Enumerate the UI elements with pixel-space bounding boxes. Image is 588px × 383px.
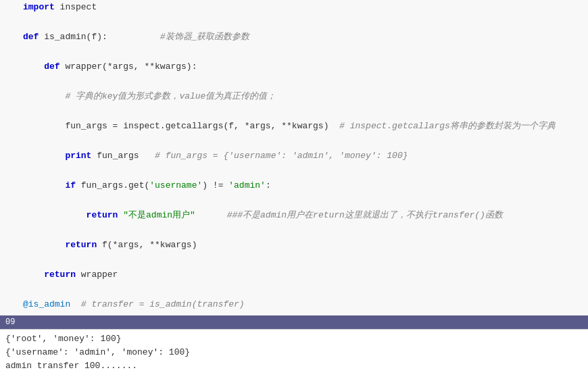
line-content: fun_args = inspect.getcallargs(f, *args,… xyxy=(20,119,588,134)
string-green-token: "不是admin用户" xyxy=(123,210,195,220)
kw-return-token: return xyxy=(23,270,76,280)
code-line: def is_admin(f): #装饰器_获取函数参数 xyxy=(0,30,588,45)
code-area: import inspect def is_admin(f): #装饰器_获取函… xyxy=(0,0,588,315)
line-content: @is_admin # transfer = is_admin(transfer… xyxy=(20,297,588,312)
line-content: def is_admin(f): #装饰器_获取函数参数 xyxy=(20,30,588,45)
kw-if-token: if xyxy=(23,180,76,190)
line-content xyxy=(20,312,588,315)
line-content xyxy=(20,253,588,267)
line-content xyxy=(20,163,588,178)
kw-def-token: def xyxy=(23,32,39,42)
kw-return-token: return xyxy=(23,210,118,220)
comment-token: #装饰器_获取函数参数 xyxy=(107,32,250,42)
code-line xyxy=(0,282,588,297)
line-content xyxy=(20,74,588,89)
decorator-token: @is_admin xyxy=(23,299,70,309)
identifier-token: f(*args, **kwargs) xyxy=(97,240,197,250)
identifier-token: is_admin(f): xyxy=(39,32,107,42)
identifier-token xyxy=(23,61,44,72)
line-content: return f(*args, **kwargs) xyxy=(20,238,588,253)
kw-print-token: print xyxy=(23,151,91,161)
code-line: # 字典的key值为形式参数，value值为真正传的值； xyxy=(0,89,588,104)
identifier-token: wrapper xyxy=(76,270,118,280)
output-area: {'root', 'money': 100}{'username': 'admi… xyxy=(0,329,588,383)
code-line xyxy=(0,104,588,119)
string-green-token: 'username' xyxy=(149,180,202,190)
code-line xyxy=(0,74,588,89)
kw-import-token: import xyxy=(23,2,55,12)
code-editor: import inspect def is_admin(f): #装饰器_获取函… xyxy=(0,0,588,383)
code-line xyxy=(0,253,588,267)
code-line: print fun_args # fun_args = {'username':… xyxy=(0,149,588,163)
comment-token: ###不是admin用户在return这里就退出了，不执行transfer()函… xyxy=(195,210,503,220)
line-content xyxy=(20,134,588,149)
line-content: # 字典的key值为形式参数，value值为真正传的值； xyxy=(20,89,588,104)
code-line: return f(*args, **kwargs) xyxy=(0,238,588,253)
line-content: def wrapper(*args, **kwargs): xyxy=(20,59,588,74)
line-content xyxy=(20,193,588,208)
code-lines: import inspect def is_admin(f): #装饰器_获取函… xyxy=(0,0,588,315)
comment-token: # inspect.getcallargs将串的参数封装为一个字典 xyxy=(328,121,555,131)
output-line: admin transfer 100....... xyxy=(5,359,583,373)
comment-token: # transfer = is_admin(transfer) xyxy=(70,299,244,309)
identifier-token: inspect xyxy=(55,2,97,12)
line-content: return "不是admin用户" ###不是admin用户在return这里… xyxy=(20,208,588,223)
kw-return-token: return xyxy=(23,240,97,250)
identifier-token: : xyxy=(266,180,271,190)
code-line: if fun_args.get('username') != 'admin': xyxy=(0,178,588,193)
identifier-token: wrapper(*args, **kwargs): xyxy=(60,61,197,72)
line-content: if fun_args.get('username') != 'admin': xyxy=(20,178,588,193)
comment-token: # 字典的key值为形式参数，value值为真正传的值； xyxy=(23,91,276,101)
code-line: @is_admin # transfer = is_admin(transfer… xyxy=(0,297,588,312)
code-line: import inspect xyxy=(0,0,588,15)
status-bar: 09 xyxy=(0,315,588,329)
code-line xyxy=(0,45,588,59)
status-line-number: 09 xyxy=(5,317,15,327)
line-content: return wrapper xyxy=(20,267,588,282)
identifier-token: fun_args.get( xyxy=(76,180,149,190)
code-line xyxy=(0,193,588,208)
comment-token: # fun_args = {'username': 'admin', 'mone… xyxy=(139,151,408,161)
identifier-token: ) != xyxy=(202,180,228,190)
output-line: {'root', 'money': 100} xyxy=(5,332,583,346)
identifier-token: fun_args xyxy=(91,151,139,161)
code-line xyxy=(0,134,588,149)
string-green-token: 'admin' xyxy=(228,180,266,190)
code-line xyxy=(0,163,588,178)
kw-def-token: def xyxy=(44,61,59,72)
code-line: def wrapper(*args, **kwargs): xyxy=(0,59,588,74)
code-line: fun_args = inspect.getcallargs(f, *args,… xyxy=(0,119,588,134)
code-line: return "不是admin用户" ###不是admin用户在return这里… xyxy=(0,208,588,223)
line-content xyxy=(20,104,588,119)
line-content xyxy=(20,15,588,30)
line-content xyxy=(20,223,588,238)
line-content: print fun_args # fun_args = {'username':… xyxy=(20,149,588,163)
code-line: return wrapper xyxy=(0,267,588,282)
code-line xyxy=(0,223,588,238)
identifier-token: fun_args = inspect.getcallargs(f, *args,… xyxy=(23,121,328,131)
line-content xyxy=(20,282,588,297)
code-line xyxy=(0,15,588,30)
line-content xyxy=(20,45,588,59)
line-content: import inspect xyxy=(20,0,588,15)
code-line xyxy=(0,312,588,315)
output-line: {'username': 'admin', 'money': 100} xyxy=(5,346,583,359)
